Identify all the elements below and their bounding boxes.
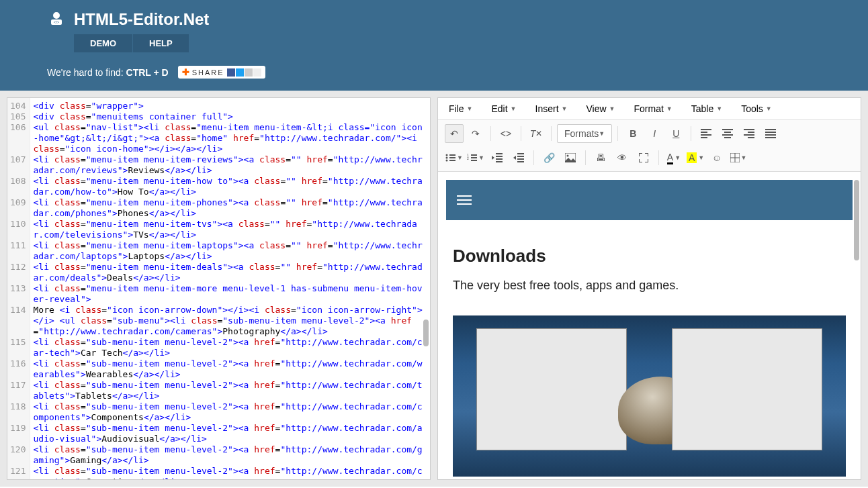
code-line[interactable]: <li class="menu-item menu-item-reviews">… (33, 154, 427, 176)
line-number: 111 (10, 240, 26, 262)
number-list-button[interactable]: 12▼ (466, 148, 485, 167)
line-number: 106 (10, 122, 26, 154)
svg-text:</>: </> (54, 20, 60, 24)
line-number: 114 (10, 305, 26, 337)
line-number: 118 (10, 401, 26, 423)
hamburger-icon[interactable] (457, 195, 472, 205)
menu-view[interactable]: View▼ (586, 103, 615, 114)
code-line[interactable]: <li class="sub-menu-item menu-level-2"><… (33, 358, 427, 380)
more-icon (253, 68, 261, 77)
menu-format[interactable]: Format▼ (634, 103, 672, 114)
preview-area[interactable]: Downloads The very best free tools, apps… (438, 172, 861, 479)
line-number: 108 (10, 176, 26, 197)
bold-button[interactable]: B (623, 124, 642, 143)
share-button[interactable]: ✚ SHARE (178, 66, 265, 79)
redo-button[interactable]: ↷ (466, 124, 485, 143)
line-number: 119 (10, 423, 26, 444)
line-number: 113 (10, 283, 26, 305)
separator-icon (521, 126, 521, 141)
code-line[interactable]: <li class="menu-item menu-item-deals"><a… (33, 262, 427, 283)
separator-icon (617, 126, 618, 141)
tab-demo[interactable]: DEMO (74, 34, 133, 52)
fullscreen-button[interactable] (634, 148, 653, 167)
code-editor-pane: 1041051061071081091101111121131141151161… (7, 97, 431, 480)
plus-icon: ✚ (182, 67, 189, 77)
code-line[interactable]: <li class="sub-menu-item menu-level-2"><… (33, 401, 427, 423)
workspace: 1041051061071081091101111121131141151161… (0, 91, 868, 487)
table-button[interactable]: ▼ (729, 148, 748, 167)
code-line[interactable]: <li class="menu-item menu-item-laptops">… (33, 240, 427, 262)
preview-button[interactable]: 👁 (613, 148, 632, 167)
preview-hero-image (453, 315, 846, 477)
code-line[interactable]: <ul class="nav-list"><li class="menu-ite… (33, 122, 427, 154)
bullet-list-button[interactable]: ▼ (445, 148, 464, 167)
line-number: 115 (10, 337, 26, 358)
clear-format-button[interactable]: T✕ (527, 124, 546, 143)
separator-icon (533, 150, 534, 165)
menu-edit[interactable]: Edit▼ (491, 103, 516, 114)
code-line[interactable]: <li class="menu-item menu-item-how to"><… (33, 176, 427, 197)
facebook-icon (227, 68, 235, 77)
image-button[interactable] (561, 148, 580, 167)
menu-file[interactable]: File▼ (449, 103, 472, 114)
svg-point-4 (446, 157, 448, 159)
editor-menubar: File▼ Edit▼ Insert▼ View▼ Format▼ Table▼… (438, 98, 861, 120)
menu-tools[interactable]: Tools▼ (741, 103, 772, 114)
email-icon (245, 68, 253, 77)
emoticon-button[interactable]: ☺ (707, 148, 726, 167)
link-button[interactable]: 🔗 (539, 148, 558, 167)
align-justify-button[interactable] (761, 124, 780, 143)
code-content[interactable]: <div class="wrapper"><div class="menuite… (30, 98, 430, 479)
line-number: 120 (10, 444, 26, 466)
twitter-icon (236, 68, 244, 77)
align-right-button[interactable] (740, 124, 758, 143)
code-line[interactable]: <li class="menu-item menu-item-phones"><… (33, 197, 427, 219)
scrollbar-thumb[interactable] (423, 320, 429, 346)
text-color-button[interactable]: A▼ (664, 148, 683, 167)
align-center-button[interactable] (718, 124, 737, 143)
svg-point-9 (567, 155, 569, 157)
scrollbar-thumb[interactable] (854, 180, 859, 260)
site-header: </> HTML5-Editor.Net DEMO HELP We're har… (0, 0, 868, 91)
preview-navbar (446, 180, 853, 220)
bg-color-button[interactable]: A▼ (686, 148, 705, 167)
separator-icon (551, 126, 552, 141)
code-line[interactable]: More <i class="icon icon-arrow-down"></i… (33, 305, 427, 337)
menu-insert[interactable]: Insert▼ (535, 103, 568, 114)
code-line[interactable]: <li class="menu-item menu-item-more menu… (33, 283, 427, 305)
undo-button[interactable]: ↶ (445, 124, 464, 143)
code-line[interactable]: <li class="menu-item menu-item-tvs"><a c… (33, 219, 427, 240)
code-line[interactable]: <li class="sub-menu-item menu-level-2"><… (33, 423, 427, 444)
code-line[interactable]: <li class="sub-menu-item menu-level-2"><… (33, 466, 427, 479)
editor-toolbar: ↶ ↷ <> T✕ Formats ▼ B I U ▼ 12▼ 🔗 (438, 120, 861, 172)
print-button[interactable]: 🖶 (591, 148, 610, 167)
code-line[interactable]: <div class="wrapper"> (33, 101, 427, 111)
line-number: 104 (10, 101, 26, 111)
line-number: 112 (10, 262, 26, 283)
wysiwyg-pane: File▼ Edit▼ Insert▼ View▼ Format▼ Table▼… (437, 97, 861, 480)
bookmark-hint: We're hard to find: CTRL + D (47, 67, 169, 78)
align-left-button[interactable] (697, 124, 715, 143)
indent-button[interactable] (509, 148, 528, 167)
code-line[interactable]: <li class="sub-menu-item menu-level-2"><… (33, 380, 427, 401)
separator-icon (658, 150, 659, 165)
italic-button[interactable]: I (645, 124, 664, 143)
site-title: HTML5-Editor.Net (74, 10, 209, 29)
line-number: 109 (10, 197, 26, 219)
outdent-button[interactable] (488, 148, 507, 167)
underline-button[interactable]: U (666, 124, 685, 143)
line-number: 105 (10, 111, 26, 122)
source-code-button[interactable]: <> (496, 124, 515, 143)
code-line[interactable]: <div class="menuitems container full"> (33, 111, 427, 122)
tab-help[interactable]: HELP (133, 34, 189, 52)
line-number: 107 (10, 154, 26, 176)
separator-icon (585, 150, 586, 165)
code-line[interactable]: <li class="sub-menu-item menu-level-2"><… (33, 337, 427, 358)
code-line[interactable]: <li class="sub-menu-item menu-level-2"><… (33, 444, 427, 466)
line-gutter: 1041051061071081091101111121131141151161… (7, 98, 30, 479)
formats-dropdown[interactable]: Formats ▼ (557, 124, 612, 143)
svg-point-5 (446, 160, 448, 162)
code-editor[interactable]: 1041051061071081091101111121131141151161… (7, 98, 430, 479)
menu-table[interactable]: Table▼ (691, 103, 722, 114)
line-number: 121 (10, 466, 26, 479)
